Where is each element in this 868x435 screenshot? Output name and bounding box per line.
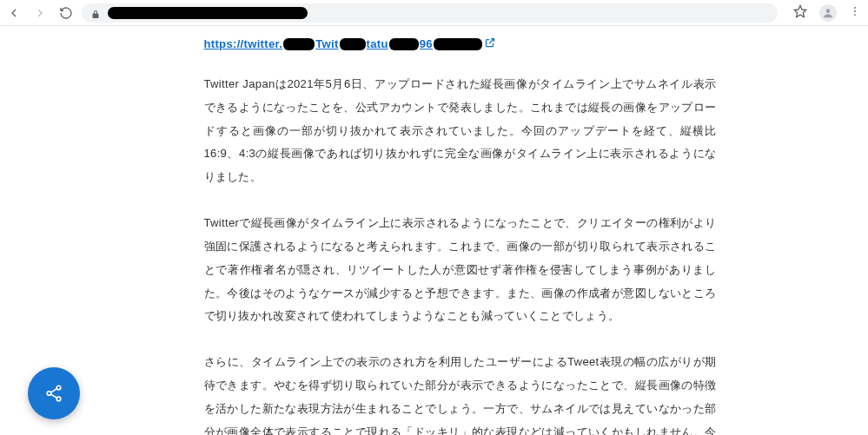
forward-icon[interactable] (33, 6, 47, 20)
svg-point-4 (854, 14, 856, 16)
article-body: https://twitter. Twit tatu 96 Twitter Ja… (204, 35, 717, 435)
menu-dots-icon[interactable] (849, 5, 861, 21)
back-icon[interactable] (7, 6, 21, 20)
paragraph-1: Twitter Japanは2021年5月6日、アップロードされた縦長画像がタイ… (204, 73, 717, 189)
paragraph-2: Twitterで縦長画像がタイムライン上に表示されるようになったことで、クリエイ… (204, 212, 717, 328)
svg-point-5 (56, 386, 61, 390)
svg-line-8 (51, 389, 57, 392)
reload-icon[interactable] (59, 6, 73, 20)
url-redacted (108, 7, 308, 19)
toolbar-right (793, 4, 861, 22)
external-link-icon (485, 33, 495, 56)
link-text-mid2: tatu (367, 33, 388, 56)
svg-point-1 (826, 9, 831, 13)
link-redacted-4 (434, 38, 482, 50)
bookmark-star-icon[interactable] (793, 4, 807, 22)
link-text-prefix: https://twitter. (204, 33, 283, 56)
link-redacted-2 (340, 38, 366, 50)
svg-marker-0 (794, 5, 805, 16)
lock-icon (90, 8, 101, 18)
link-text-mid1: Twit (315, 33, 338, 56)
link-redacted-1 (283, 38, 315, 50)
svg-point-3 (854, 10, 856, 12)
svg-line-9 (51, 394, 57, 398)
profile-avatar[interactable] (819, 4, 837, 22)
nav-buttons (7, 6, 73, 20)
address-bar[interactable] (82, 3, 778, 23)
share-fab-button[interactable] (28, 367, 80, 419)
paragraph-3: さらに、タイムライン上での表示のされ方を利用したユーザーによるTweet表現の幅… (204, 351, 717, 435)
tweet-link[interactable]: https://twitter. Twit tatu 96 (204, 35, 717, 54)
svg-point-2 (854, 6, 856, 8)
svg-point-6 (47, 392, 51, 396)
page-content: https://twitter. Twit tatu 96 Twitter Ja… (0, 26, 868, 435)
browser-toolbar (0, 0, 868, 26)
svg-point-7 (56, 397, 61, 401)
link-redacted-3 (389, 38, 419, 50)
link-text-mid3: 96 (420, 33, 433, 56)
